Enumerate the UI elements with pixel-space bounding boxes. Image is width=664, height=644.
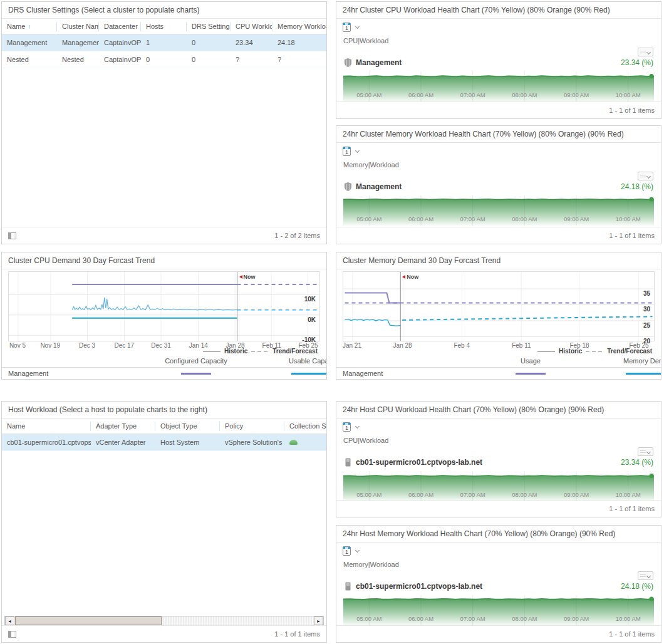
health-item-row[interactable]: cb01-supermicro01.cptvops-lab.net 24.18 …: [344, 581, 653, 592]
column-header[interactable]: Name↑: [2, 22, 57, 31]
legend-forecast-label: Trend/Forecast: [272, 348, 318, 355]
table-cell: ?: [272, 56, 327, 63]
object-name: cb01-supermicro01.cptvops-lab.net: [356, 582, 482, 591]
host-system-icon: [344, 582, 352, 591]
time-axis-labels: 05:00 AM06:00 AM07:00 AM08:00 AM09:00 AM…: [343, 615, 654, 622]
chart-footer: 1 - 1 of 1 items: [336, 101, 661, 118]
table-row[interactable]: cb01-supermicro01.cptvops-l..vCenter Ada…: [2, 434, 326, 451]
item-count: 1 - 1 of 1 items: [274, 630, 320, 638]
table-cell: Host System: [155, 439, 220, 446]
metric-label: CPU|Workload: [343, 37, 388, 44]
table-cell: ?: [231, 56, 272, 63]
chevron-down-icon[interactable]: [355, 423, 360, 428]
column-selector-icon[interactable]: [8, 232, 16, 239]
y-axis-label: 0K: [308, 316, 316, 323]
series-column-header: Memory Demand: [623, 357, 661, 365]
x-axis-label: Jan 21: [343, 342, 361, 349]
metric-label: Memory|Workload: [343, 161, 399, 169]
panel-cluster-memory-health: 24hr Cluster Memory Workload Health Char…: [336, 125, 661, 244]
table-header-row: Name↑Cluster NameDatacenterHostsDRS Sett…: [2, 19, 326, 34]
cpu-workload-sparkline[interactable]: 05:00 AM06:00 AM07:00 AM08:00 AM09:00 AM…: [343, 469, 654, 501]
memory-workload-sparkline[interactable]: 05:00 AM06:00 AM07:00 AM08:00 AM09:00 AM…: [343, 593, 654, 625]
sort-options-dropdown-icon[interactable]: [638, 48, 653, 56]
object-name: Management: [356, 58, 402, 67]
series-table: Usage Memory Demand Management: [336, 355, 661, 380]
column-header[interactable]: Name: [2, 422, 91, 431]
y-axis-label: 10K: [304, 296, 316, 303]
column-header[interactable]: Hosts: [141, 22, 187, 31]
health-item-row[interactable]: cb01-supermicro01.cptvops-lab.net 23.34 …: [344, 457, 653, 468]
metric-label: CPU|Workload: [343, 437, 388, 444]
table-header-row: NameAdapter TypeObject TypePolicyCollect…: [2, 418, 326, 434]
table-cell: 23.34: [231, 39, 272, 46]
column-header[interactable]: Cluster Name: [57, 22, 99, 31]
table-cell: cb01-supermicro01.cptvops-l..: [2, 439, 91, 446]
health-item-row[interactable]: Management 23.34 (%): [344, 57, 653, 68]
forecast-plot-area[interactable]: 10K0K-10K Now: [8, 271, 320, 341]
table-row[interactable]: NestedNestedCaptainvOPS00??: [2, 51, 326, 68]
historic-line-sample: [537, 351, 555, 352]
series-swatch: [626, 373, 661, 375]
horizontal-scrollbar[interactable]: ◄ ►: [4, 616, 324, 626]
y-axis-label: 35: [643, 290, 650, 297]
chevron-down-icon[interactable]: [355, 148, 360, 152]
scroll-left-button[interactable]: ◄: [5, 616, 14, 625]
metric-label: Memory|Workload: [343, 561, 399, 568]
chart-footer: 1 - 1 of 1 items: [336, 227, 661, 244]
panel-memory-forecast-trend: Cluster Memory Demand 30 Day Forcast Tre…: [336, 252, 661, 380]
column-header[interactable]: DRS Settings: [187, 22, 231, 31]
column-header[interactable]: Adapter Type: [91, 422, 155, 431]
metric-value: 24.18 (%): [621, 582, 653, 591]
table-cell: Management: [2, 39, 57, 46]
item-count: 1 - 2 of 2 items: [274, 232, 320, 239]
table-cell: vSphere Solution's D..: [220, 439, 284, 446]
sort-options-dropdown-icon[interactable]: [638, 447, 653, 456]
column-selector-icon[interactable]: [8, 631, 16, 638]
chart-legend: Historic Trend/Forecast: [203, 348, 318, 355]
metric-value: 24.18 (%): [621, 182, 653, 191]
column-header[interactable]: Datacenter: [99, 22, 141, 31]
object-name: Management: [356, 182, 402, 191]
column-header[interactable]: Collection State: [284, 422, 327, 431]
column-header[interactable]: Policy: [220, 422, 284, 431]
panel-title: 24hr Cluster CPU Workload Health Chart (…: [336, 2, 661, 19]
series-row[interactable]: Management: [336, 367, 661, 380]
now-arrow-icon: [400, 275, 405, 279]
now-arrow-icon: [237, 275, 242, 279]
x-axis-label: Feb 4: [454, 342, 470, 349]
x-axis-label: Dec 31: [151, 342, 171, 349]
date-control-icon[interactable]: 1: [343, 23, 351, 32]
date-control-icon[interactable]: 1: [343, 422, 351, 432]
chevron-down-icon[interactable]: [355, 24, 360, 28]
scroll-right-button[interactable]: ►: [314, 616, 323, 625]
cluster-shield-icon: [344, 58, 352, 67]
column-header[interactable]: CPU Workload %: [231, 22, 272, 31]
column-header[interactable]: Memory Workload %: [272, 22, 327, 31]
series-swatch: [181, 373, 211, 375]
sort-options-dropdown-icon[interactable]: [638, 172, 653, 180]
series-row[interactable]: Management: [2, 367, 326, 380]
panel-cluster-cpu-health: 24hr Cluster CPU Workload Health Chart (…: [336, 1, 661, 119]
cluster-shield-icon: [344, 182, 352, 191]
collecting-status-icon: [289, 440, 298, 445]
panel-title: 24hr Cluster Memory Workload Health Char…: [336, 126, 661, 143]
chart-footer: 1 - 1 of 1 items: [336, 500, 661, 517]
series-swatch: [516, 373, 546, 375]
forecast-line-sample: [586, 351, 603, 352]
cpu-workload-sparkline[interactable]: 05:00 AM06:00 AM07:00 AM08:00 AM09:00 AM…: [343, 69, 654, 101]
column-header[interactable]: Object Type: [155, 422, 220, 431]
x-axis-label: Dec 3: [79, 342, 95, 349]
date-control-icon[interactable]: 1: [343, 147, 351, 156]
memory-workload-sparkline[interactable]: 05:00 AM06:00 AM07:00 AM08:00 AM09:00 AM…: [343, 193, 654, 226]
panel-host-cpu-health: 24hr Host CPU Workload Health Chart (70%…: [336, 401, 661, 517]
table-cell: vCenter Adapter: [91, 439, 155, 446]
table-row[interactable]: ManagementManagementCaptainvOPS1023.3424…: [2, 34, 326, 51]
chevron-down-icon[interactable]: [355, 548, 360, 552]
forecast-plot-area[interactable]: 35302520 Now: [343, 271, 655, 341]
drs-cluster-table: Name↑Cluster NameDatacenterHostsDRS Sett…: [2, 19, 326, 68]
date-control-icon[interactable]: 1: [343, 546, 351, 556]
sort-options-dropdown-icon[interactable]: [638, 571, 653, 580]
scrollbar-thumb[interactable]: [15, 616, 162, 625]
panel-title: 24hr Host CPU Workload Health Chart (70%…: [336, 402, 661, 418]
health-item-row[interactable]: Management 24.18 (%): [344, 181, 653, 192]
